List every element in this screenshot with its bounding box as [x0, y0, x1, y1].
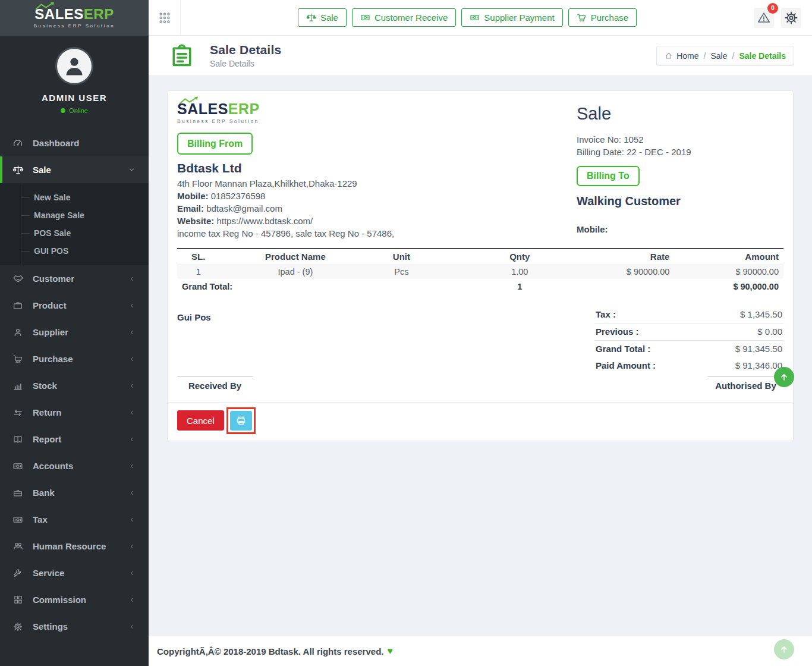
- company-mobile: Mobile: 01852376598: [177, 190, 558, 202]
- print-button[interactable]: [230, 411, 252, 431]
- chevron-left-icon: [128, 570, 136, 577]
- sidebar-item-return[interactable]: Return: [0, 399, 149, 426]
- chevron-left-icon: [128, 382, 136, 389]
- col-rate: Rate: [608, 249, 674, 265]
- invoice-actions: Cancel: [168, 402, 793, 441]
- scroll-top-button[interactable]: [774, 367, 794, 387]
- total-label: Grand Total :: [596, 344, 650, 354]
- topbar-purchase-button[interactable]: Purchase: [568, 8, 637, 27]
- menu-toggle-button[interactable]: [149, 0, 181, 36]
- col-qnty: Qnty: [432, 249, 608, 265]
- button-label: Purchase: [591, 12, 628, 23]
- sidebar-item-sale[interactable]: Sale: [0, 156, 149, 183]
- page-header: Sale Details Sale Details Home / Sale / …: [149, 36, 812, 76]
- gear-icon: [783, 10, 799, 26]
- billing-from-section: SALESERP Business ERP Solution Billing F…: [177, 100, 558, 240]
- total-value: $ 0.00: [757, 326, 782, 337]
- arrow-up-icon: [779, 644, 789, 655]
- topbar-sale-button[interactable]: Sale: [298, 8, 347, 27]
- sidebar-item-tax[interactable]: Tax: [0, 506, 149, 533]
- breadcrumb-current: Sale Details: [739, 51, 786, 61]
- chevron-left-icon: [128, 302, 136, 309]
- company-name: Bdtask Ltd: [177, 162, 558, 174]
- cell-product-name: Ipad - (9): [219, 265, 371, 279]
- bar-chart-icon: [12, 381, 24, 391]
- notification-badge: 0: [767, 3, 778, 14]
- breadcrumb-sale[interactable]: Sale: [710, 51, 727, 61]
- total-value: $ 1,345.50: [740, 309, 782, 319]
- page-subtitle: Sale Details: [210, 59, 281, 68]
- total-row-paid-amount: Paid Amount :$ 91,346.00: [594, 357, 783, 374]
- breadcrumb-separator: /: [704, 51, 706, 61]
- totals-summary: Tax :$ 1,345.50 Previous :$ 0.00 Grand T…: [594, 306, 783, 376]
- user-name: ADMIN USER: [0, 93, 149, 103]
- company-tax-line: income tax Reg No - 457896, sale tax Reg…: [177, 227, 558, 240]
- topbar-supplier-payment-button[interactable]: Supplier Payment: [461, 8, 562, 27]
- sidebar-item-supplier[interactable]: Supplier: [0, 319, 149, 345]
- invoice-card: SALESERP Business ERP Solution Billing F…: [167, 90, 794, 441]
- sidebar-item-product[interactable]: Product: [0, 292, 149, 319]
- chevron-left-icon: [128, 436, 136, 443]
- billing-to-badge: Billing To: [577, 166, 640, 186]
- sidebar-item-label: Tax: [33, 514, 128, 524]
- sidebar-item-dashboard[interactable]: Dashboard: [0, 130, 149, 156]
- total-row-grand-total: Grand Total :$ 91,345.50: [594, 341, 783, 357]
- grand-total-row: Grand Total: 1 $ 90,000.00: [177, 279, 783, 294]
- billing-date-value: 22 - DEC - 2019: [627, 147, 691, 157]
- breadcrumb-home[interactable]: Home: [665, 51, 698, 61]
- warning-triangle-icon: [757, 11, 771, 25]
- sidebar-item-label: Settings: [33, 621, 128, 632]
- sidebar-subitem-new-sale[interactable]: New Sale: [0, 189, 149, 206]
- sidebar-item-human-resource[interactable]: Human Resource: [0, 533, 149, 560]
- customer-name: Walking Customer: [577, 194, 783, 208]
- scroll-top-button-faded[interactable]: [774, 639, 794, 659]
- printer-icon: [235, 415, 247, 426]
- sidebar-item-purchase[interactable]: Purchase: [0, 345, 149, 372]
- sidebar-item-settings[interactable]: Settings: [0, 613, 149, 640]
- invoice-title: Sale: [577, 104, 783, 124]
- quick-actions: Sale Customer Receive Supplier Payment P…: [181, 8, 754, 27]
- avatar[interactable]: [57, 49, 92, 83]
- sidebar-subitem-pos-sale[interactable]: POS Sale: [0, 224, 149, 242]
- cancel-button[interactable]: Cancel: [177, 410, 224, 431]
- notifications-button[interactable]: 0: [754, 8, 774, 28]
- breadcrumb-label: Home: [676, 51, 698, 61]
- sidebar-item-service[interactable]: Service: [0, 560, 149, 586]
- sidebar-item-customer[interactable]: Customer: [0, 265, 149, 292]
- money-icon: [12, 461, 24, 472]
- mobile-label: Mobile:: [177, 191, 209, 201]
- money-icon: [360, 12, 370, 23]
- sidebar-item-label: Report: [33, 434, 128, 444]
- briefcase-icon: [12, 300, 24, 311]
- status-label: Online: [69, 107, 88, 114]
- scales-icon: [12, 164, 24, 175]
- sidebar-item-accounts[interactable]: Accounts: [0, 453, 149, 479]
- cart-icon: [577, 12, 587, 23]
- sidebar-item-bank[interactable]: Bank: [0, 479, 149, 506]
- sidebar-subitem-manage-sale[interactable]: Manage Sale: [0, 206, 149, 224]
- clipboard-icon: [169, 42, 195, 70]
- copyright-text: CopyrightÃ‚Â© 2018-2019 Bdtask. All righ…: [157, 646, 383, 656]
- chevron-left-icon: [128, 543, 136, 550]
- brand-wordmark: SALESERP: [34, 7, 115, 21]
- sidebar-subitem-gui-pos[interactable]: GUI POS: [0, 242, 149, 260]
- sidebar: SALESERP Business ERP Solution ADMIN USE…: [0, 0, 149, 666]
- sidebar-item-stock[interactable]: Stock: [0, 372, 149, 399]
- grand-total-label: Grand Total:: [177, 279, 432, 294]
- cell-rate: $ 90000.00: [608, 265, 674, 279]
- settings-button[interactable]: [781, 8, 801, 28]
- sidebar-item-commission[interactable]: Commission: [0, 586, 149, 613]
- cart-icon: [12, 354, 24, 365]
- brand-tagline: Business ERP Solution: [177, 119, 260, 124]
- email-value: bdtask@gmail.com: [206, 203, 282, 213]
- brand-logo[interactable]: SALESERP Business ERP Solution: [0, 0, 149, 36]
- invoice-middle: Gui Pos Tax :$ 1,345.50 Previous :$ 0.00…: [177, 306, 783, 376]
- total-label: Tax :: [596, 309, 616, 319]
- topbar-customer-receive-button[interactable]: Customer Receive: [352, 8, 456, 27]
- grid-icon: [12, 595, 24, 605]
- col-unit: Unit: [371, 249, 432, 265]
- sidebar-item-report[interactable]: Report: [0, 426, 149, 453]
- invoice-header: SALESERP Business ERP Solution Billing F…: [177, 100, 783, 240]
- handshake-icon: [12, 273, 24, 284]
- home-icon: [665, 52, 673, 60]
